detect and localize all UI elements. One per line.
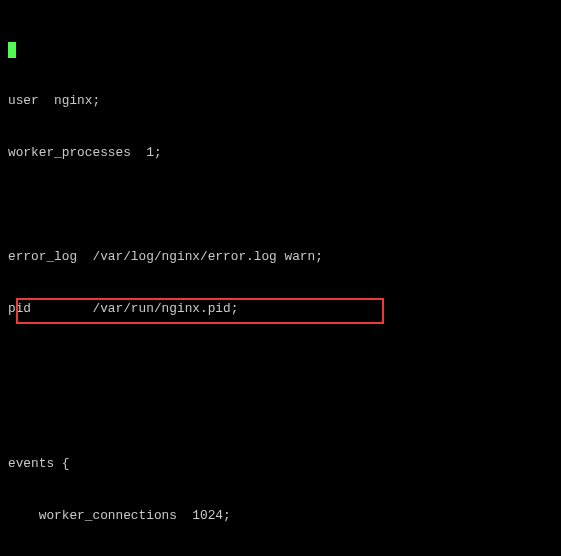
line: user nginx;: [8, 92, 553, 109]
cursor-icon: [8, 42, 16, 58]
line: worker_connections 1024;: [8, 507, 553, 524]
line: events {: [8, 455, 553, 472]
terminal-editor[interactable]: user nginx; worker_processes 1; error_lo…: [0, 0, 561, 556]
line: [8, 403, 553, 420]
line: [8, 196, 553, 213]
line: worker_processes 1;: [8, 144, 553, 161]
line: [8, 351, 553, 368]
line: error_log /var/log/nginx/error.log warn;: [8, 248, 553, 265]
line: pid /var/run/nginx.pid;: [8, 300, 553, 317]
line: [8, 41, 553, 58]
